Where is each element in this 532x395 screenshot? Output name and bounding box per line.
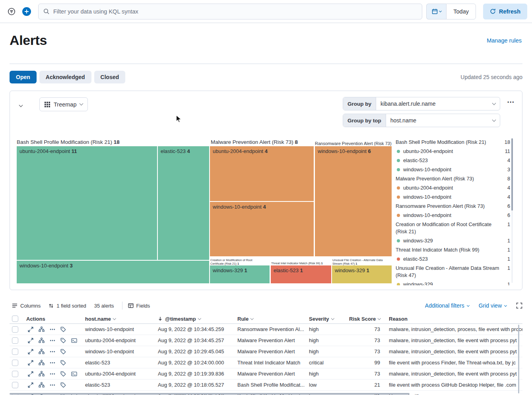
chevron-down-icon (198, 317, 201, 320)
kql-search-bar[interactable] (38, 4, 422, 19)
row-checkbox[interactable] (12, 382, 18, 388)
analyze-event-icon[interactable] (39, 360, 45, 366)
refresh-button[interactable]: Refresh (483, 4, 527, 19)
tag-icon[interactable] (60, 349, 66, 354)
expand-alert-icon[interactable] (28, 338, 33, 343)
header-timestamp[interactable]: @timestamp (155, 316, 234, 322)
row-checkbox[interactable] (12, 326, 18, 333)
more-actions-icon[interactable] (50, 349, 55, 354)
more-actions-icon[interactable] (50, 360, 55, 366)
collapse-chart-icon[interactable] (19, 101, 22, 108)
expand-alert-icon[interactable] (28, 360, 33, 366)
header-rule[interactable]: Rule (234, 316, 306, 322)
expand-alert-icon[interactable] (28, 327, 33, 332)
legend-group[interactable]: Ransomware Prevention Alert (Risk 73)6 (396, 201, 510, 211)
analyze-event-icon[interactable] (39, 371, 45, 377)
analyze-event-icon[interactable] (39, 326, 45, 332)
treemap-node[interactable]: windows-329 1 (332, 265, 392, 283)
legend-group[interactable]: Unusual File Creation - Alternate Data S… (396, 263, 510, 280)
table-horizontal-scrollbar[interactable] (10, 393, 410, 395)
legend-item[interactable]: elastic-5234 (396, 156, 510, 165)
analyze-event-icon[interactable] (39, 337, 45, 343)
legend-item[interactable]: windows-10-endpoint4 (396, 192, 510, 201)
treemap-group-title: Bash Shell Profile Modification (Risk 21… (17, 139, 208, 145)
rule-cell: Malware Prevention Alert (234, 371, 306, 377)
treemap-node[interactable]: elastic-523 4 (158, 146, 209, 260)
more-actions-icon[interactable] (50, 327, 55, 332)
more-actions-icon[interactable] (50, 371, 55, 377)
fullscreen-icon[interactable] (516, 302, 522, 309)
legend-item[interactable]: windows-3291 (396, 280, 510, 285)
treemap-node-label: ubuntu-2004-endpoint 11 (17, 146, 157, 154)
analyze-event-icon[interactable] (39, 382, 45, 388)
date-quick-select-button[interactable] (426, 4, 446, 19)
row-checkbox[interactable] (12, 360, 18, 366)
row-checkbox[interactable] (12, 349, 18, 355)
manage-rules-link[interactable]: Manage rules (487, 37, 522, 44)
chart-options-icon[interactable]: ⋯ (507, 98, 515, 106)
legend-item[interactable]: windows-3291 (396, 236, 510, 245)
tag-icon[interactable] (60, 327, 66, 332)
tab-closed[interactable]: Closed (94, 71, 126, 83)
chevron-down-icon (80, 102, 83, 106)
session-view-icon[interactable] (71, 371, 77, 377)
legend-item[interactable]: ubuntu-2004-endpoint11 (396, 147, 510, 156)
date-range-button[interactable]: Today (446, 4, 476, 19)
legend-group[interactable]: Malware Prevention Alert (Risk 73)8 (396, 174, 510, 183)
columns-button[interactable]: Columns (12, 303, 41, 309)
row-checkbox[interactable] (12, 371, 18, 377)
group-by-select[interactable]: kibana.alert.rule.name (376, 97, 500, 110)
chart-view-select[interactable]: Treemap (39, 97, 88, 111)
treemap-node[interactable]: windows-329 1 (210, 265, 270, 283)
legend-scrollbar[interactable] (511, 138, 513, 283)
header-host-name[interactable]: host.name (82, 316, 155, 322)
group-by-top-select[interactable]: host.name (386, 114, 500, 127)
treemap-node[interactable]: ubuntu-2004-endpoint 4 (210, 146, 314, 201)
expand-alert-icon[interactable] (28, 349, 33, 354)
treemap-node[interactable]: windows-10-endpoint 6 (315, 146, 392, 256)
fields-button[interactable]: Fields (128, 303, 150, 309)
grid-view-button[interactable]: Grid view (479, 302, 507, 309)
fields-icon (128, 303, 134, 308)
tag-icon[interactable] (60, 360, 66, 366)
kql-search-input[interactable] (53, 8, 417, 15)
legend-item[interactable]: windows-10-endpoint6 (396, 211, 510, 220)
tab-open[interactable]: Open (10, 71, 37, 83)
analyze-event-icon[interactable] (39, 349, 45, 354)
legend-item[interactable]: elastic-5231 (396, 254, 510, 263)
expand-alert-icon[interactable] (28, 371, 33, 377)
legend-scrollbar-thumb[interactable] (511, 138, 513, 211)
header-severity[interactable]: Severity (306, 316, 346, 322)
legend-dot (397, 186, 400, 190)
more-actions-icon[interactable] (50, 338, 55, 343)
treemap-node[interactable]: windows-10-endpoint 4 (210, 202, 314, 256)
row-checkbox[interactable] (12, 337, 18, 344)
tag-icon[interactable] (60, 382, 66, 388)
group-by-top-value: host.name (390, 117, 416, 124)
expand-alert-icon[interactable] (28, 382, 33, 388)
treemap-node[interactable]: elastic-523 1 (271, 265, 331, 283)
treemap-node[interactable]: ubuntu-2004-endpoint 11 (17, 146, 157, 260)
session-view-icon[interactable] (71, 338, 77, 343)
legend-group[interactable]: Creation or Modification of Root Certifi… (396, 220, 510, 236)
sort-fields-button[interactable]: 1 field sorted (49, 303, 86, 309)
select-all-checkbox[interactable] (12, 316, 18, 322)
header-risk-score[interactable]: Risk Score (346, 316, 386, 322)
legend-group[interactable]: Bash Shell Profile Modification (Risk 21… (396, 137, 510, 147)
group-by-top-control: Group by top host.name (343, 114, 500, 127)
legend-item[interactable]: ubuntu-2004-endpoint4 (396, 183, 510, 192)
reason-cell: file event with process Finder, file Thr… (386, 360, 522, 366)
legend-item[interactable]: windows-10-endpoint3 (396, 165, 510, 174)
legend-dot (397, 150, 400, 153)
saved-query-menu-icon[interactable] (7, 7, 16, 16)
treemap-node[interactable]: windows-10-endpoint 3 (17, 261, 209, 283)
additional-filters-button[interactable]: Additional filters (425, 302, 469, 309)
legend-group[interactable]: Threat Intel Indicator Match (Risk 99)1 (396, 245, 510, 254)
tag-icon[interactable] (60, 371, 66, 377)
tag-icon[interactable] (60, 338, 66, 343)
add-filter-icon[interactable] (22, 7, 31, 16)
host-name-cell: elastic-523 (82, 360, 155, 366)
table-vertical-scrollbar[interactable] (518, 325, 519, 393)
more-actions-icon[interactable] (50, 382, 55, 388)
tab-acknowledged[interactable]: Acknowledged (39, 71, 91, 83)
